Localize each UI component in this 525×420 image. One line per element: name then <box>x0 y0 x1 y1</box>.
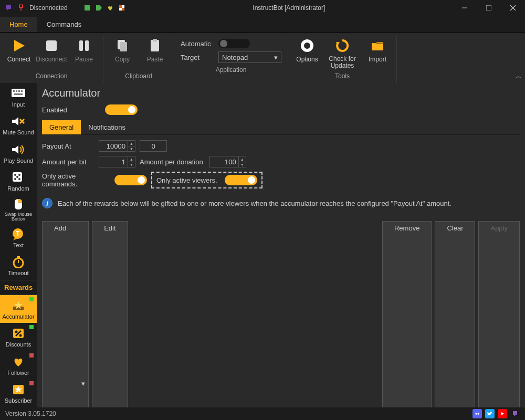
svg-marker-69 <box>501 412 504 415</box>
plug-icon <box>17 4 25 12</box>
sidenav-item-label: Discounts <box>6 341 31 348</box>
sidenav-item-timeout[interactable]: Timeout <box>0 251 37 280</box>
sidenav-item-label: Text <box>13 242 24 248</box>
youtube-icon[interactable] <box>498 409 507 418</box>
discord-icon[interactable] <box>472 409 482 418</box>
payout-at-input-2[interactable] <box>140 140 167 152</box>
remove-button[interactable]: Remove <box>382 221 432 407</box>
sidenav-item-label: Play Sound <box>4 158 33 164</box>
target-select[interactable]: Notepad ▾ <box>218 51 281 63</box>
edit-button[interactable]: Edit <box>92 221 128 407</box>
sidenav-section-rewards: Rewards <box>0 280 37 295</box>
twitter-icon[interactable] <box>485 409 495 418</box>
spinner-down[interactable]: ▼ <box>128 146 135 151</box>
svg-rect-7 <box>486 5 491 10</box>
disconnect-button[interactable]: Disconnect <box>37 37 66 69</box>
svg-point-48 <box>19 334 22 337</box>
paste-button[interactable]: Paste <box>140 37 170 69</box>
add-button[interactable]: Add ▾ <box>42 221 89 407</box>
flag-icon[interactable] <box>118 4 125 12</box>
spinner-up[interactable]: ▲ <box>128 156 135 162</box>
sidenav-item-label: Timeout <box>8 270 28 276</box>
svg-point-67 <box>476 413 477 415</box>
status-dot <box>29 353 34 358</box>
ribbon: Connect Disconnect Pause Connection Copy… <box>0 33 525 83</box>
tag-icon[interactable] <box>95 4 102 12</box>
subtab-notifications[interactable]: Notifications <box>81 120 133 134</box>
spinner-up[interactable]: ▲ <box>128 141 135 146</box>
sidenav-item-follower[interactable]: Follower <box>0 351 37 380</box>
tab-commands[interactable]: Commands <box>37 17 91 32</box>
spinner-down[interactable]: ▼ <box>128 162 135 167</box>
pause-icon <box>75 37 93 55</box>
svg-point-32 <box>14 174 16 176</box>
spinner-up[interactable]: ▲ <box>238 156 246 162</box>
ribbon-group-label-application: Application <box>216 65 247 77</box>
minimize-button[interactable] <box>453 0 477 16</box>
svg-rect-17 <box>153 39 157 41</box>
tab-home[interactable]: Home <box>0 17 37 32</box>
clear-button[interactable]: Clear <box>435 221 475 407</box>
automatic-toggle[interactable] <box>218 39 250 48</box>
sidenav-item-mute-sound[interactable]: Mute Sound <box>0 111 37 140</box>
apply-button[interactable]: Apply <box>478 221 520 407</box>
svg-point-36 <box>18 178 20 180</box>
amount-per-donation-input[interactable]: ▲▼ <box>209 156 246 167</box>
window-title: InstructBot [Administrator] <box>125 4 453 12</box>
only-active-viewers-highlight: Only active viewers. <box>151 172 262 188</box>
amount-per-bit-input[interactable]: ▲▼ <box>99 156 135 167</box>
sidenav-item-accumulator[interactable]: Accumulator <box>0 295 37 323</box>
svg-rect-3 <box>122 5 124 8</box>
sidenav-item-text[interactable]: T Text <box>0 224 37 252</box>
payout-at-value[interactable] <box>99 142 128 150</box>
accumulator-icon <box>10 299 26 312</box>
sidenav-item-label: Accumulator <box>2 313 34 320</box>
close-button[interactable] <box>501 0 525 16</box>
sidenav-item-random[interactable]: Random <box>0 167 37 196</box>
connect-button[interactable]: Connect <box>4 37 34 69</box>
only-active-commands-toggle[interactable] <box>114 175 147 185</box>
page-title: Accumulator <box>42 87 520 99</box>
amount-per-donation-label: Amount per donation <box>140 158 203 166</box>
svg-marker-27 <box>12 117 18 125</box>
tree-icon[interactable] <box>83 4 91 12</box>
pause-button[interactable]: Pause <box>69 37 99 69</box>
sidenav-item-subscriber[interactable]: Subscriber <box>0 379 37 407</box>
status-dot <box>29 325 34 329</box>
maximize-button[interactable] <box>477 0 501 16</box>
info-row: i Each of the rewards below will be gift… <box>42 196 520 211</box>
tab-bar: Home Commands <box>0 16 525 33</box>
status-dot <box>29 381 34 385</box>
options-button[interactable]: Options <box>292 37 322 69</box>
heart-icon[interactable] <box>107 4 114 12</box>
payout-at-input[interactable]: ▲▼ <box>99 140 135 152</box>
status-dot <box>29 297 34 301</box>
subtab-general[interactable]: General <box>42 120 81 134</box>
sidenav-item-discounts[interactable]: Discounts <box>0 323 37 351</box>
check-updates-button[interactable]: Check for Updates <box>325 37 360 69</box>
amount-per-donation-value[interactable] <box>210 158 238 166</box>
copy-label: Copy <box>115 56 130 63</box>
chevron-down-icon[interactable]: ▾ <box>78 221 89 407</box>
enabled-toggle[interactable] <box>105 104 138 115</box>
svg-rect-0 <box>85 5 90 10</box>
target-select-value: Notepad <box>222 54 248 61</box>
svg-rect-13 <box>85 40 89 51</box>
sidenav-item-play-sound[interactable]: Play Sound <box>0 139 37 167</box>
payout-at-value-2[interactable] <box>140 142 166 150</box>
sidenav-item-swap-mouse[interactable]: Swap Mouse Button <box>0 195 37 224</box>
play-icon <box>10 37 28 55</box>
sidenav-item-label: Mute Sound <box>3 129 34 135</box>
spinner-down[interactable]: ▼ <box>238 162 246 167</box>
info-icon: i <box>42 198 52 208</box>
disconnect-label: Disconnect <box>36 56 67 63</box>
import-button[interactable]: Import <box>363 37 392 69</box>
only-active-viewers-toggle[interactable] <box>225 175 257 185</box>
copy-button[interactable]: Copy <box>108 37 137 69</box>
payout-at-row: Payout At ▲▼ <box>42 140 520 152</box>
sidenav-item-input[interactable]: Input <box>0 83 37 111</box>
add-button-label[interactable]: Add <box>42 221 78 407</box>
ribbon-collapse-button[interactable]: ︿ <box>516 72 522 81</box>
app-icon[interactable] <box>510 409 520 418</box>
amount-per-bit-value[interactable] <box>99 158 128 166</box>
